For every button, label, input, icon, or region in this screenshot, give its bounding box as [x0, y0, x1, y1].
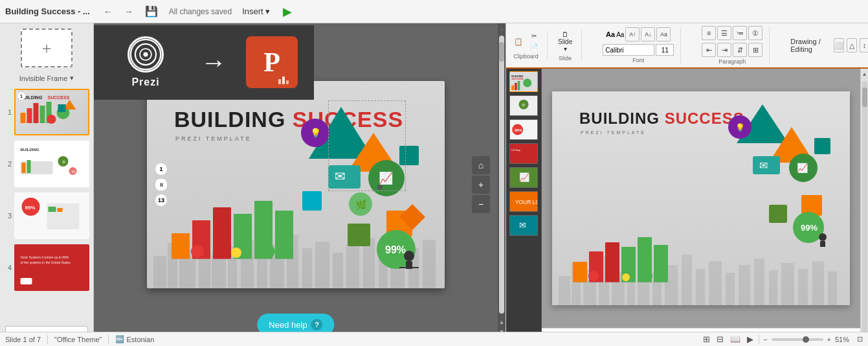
svg-rect-50: [172, 233, 190, 259]
increase-indent-button[interactable]: ⇥: [717, 43, 731, 57]
language-icon: 🔤: [115, 335, 124, 343]
svg-rect-101: [559, 276, 570, 305]
zoom-controls: ⌂ + −: [472, 156, 490, 213]
svg-rect-26: [21, 278, 32, 284]
slide-num-4: 4: [4, 264, 12, 271]
back-button[interactable]: ←: [100, 5, 116, 19]
slide-canvas: BUILDING SUCCESS PREZI TEMPLATE: [147, 81, 445, 288]
slide-thumb-preview-3[interactable]: 99%: [14, 192, 89, 239]
normal-view-button[interactable]: ⊞: [702, 334, 711, 345]
right-scroll-thumb[interactable]: [862, 87, 867, 107]
shape-button[interactable]: △: [847, 38, 857, 52]
copy-button[interactable]: 📄: [528, 42, 540, 52]
paste-button[interactable]: 📋: [511, 36, 526, 47]
prezi-label: Prezi: [131, 76, 159, 88]
ppt-thumb-4[interactable]: US Map: [509, 143, 538, 164]
svg-rect-121: [573, 262, 587, 283]
ppt-thumb-7[interactable]: ✉: [509, 215, 538, 236]
svg-point-128: [588, 271, 599, 281]
ppt-thumb-row-4: 4 US Map: [509, 143, 538, 164]
ppt-thumb-6[interactable]: YOUR LOGO: [509, 191, 538, 212]
ppt-thumb-2[interactable]: ⚙: [509, 95, 538, 116]
zoom-out-status-button[interactable]: −: [763, 336, 767, 343]
text-direction-button[interactable]: ⇵: [733, 43, 747, 57]
right-scroll-track[interactable]: [862, 81, 867, 334]
slide-sorter-button[interactable]: ⊟: [715, 334, 725, 345]
zoom-in-button[interactable]: +: [472, 176, 490, 194]
slide-count-text: Slide 1 of 7: [5, 336, 41, 343]
center-canvas: Prezi → P: [94, 23, 498, 346]
prezi-to-ppt-overlay: Prezi → P: [94, 23, 314, 101]
slide-thumb-2[interactable]: 2 BUILDING ⚙ 99: [0, 138, 93, 190]
cut-button[interactable]: ✂: [528, 31, 540, 41]
svg-rect-68: [399, 146, 419, 165]
svg-text:📈: 📈: [379, 171, 394, 185]
svg-text:US Map: US Map: [511, 149, 520, 152]
font-name-input[interactable]: [603, 44, 654, 56]
frame-selector: ＋: [0, 23, 93, 73]
drag-handle[interactable]: [377, 185, 383, 190]
drawing-tools-button[interactable]: ⬜: [834, 38, 844, 52]
svg-rect-110: [682, 255, 692, 305]
svg-text:Solar Systems Contain up to 99: Solar Systems Contain up to 99%: [21, 255, 69, 259]
slide-label: Slide: [559, 55, 572, 62]
font-increase-button[interactable]: A↑: [625, 27, 640, 41]
scroll-expand-up[interactable]: ▲: [498, 317, 506, 327]
slide-thumb-4[interactable]: 4 Solar Systems Contain up to 99% of the…: [0, 242, 93, 294]
svg-point-9: [47, 115, 56, 124]
invisible-frame-btn[interactable]: ＋: [21, 29, 72, 67]
ppt-thumb-5[interactable]: 📈: [509, 167, 538, 188]
font-size-btn: Aa: [616, 31, 624, 38]
bullets-button[interactable]: ≔: [733, 26, 747, 40]
zoom-home-button[interactable]: ⌂: [472, 156, 490, 174]
reading-view-button[interactable]: 📖: [729, 334, 742, 345]
font-decrease-button[interactable]: A↓: [641, 27, 655, 41]
slide-thumb-preview-2[interactable]: BUILDING ⚙ 99: [14, 141, 89, 187]
svg-text:✉: ✉: [335, 169, 346, 183]
slide-thumb-preview-4[interactable]: Solar Systems Contain up to 99% of the s…: [14, 244, 89, 291]
svg-rect-126: [654, 245, 668, 283]
zoom-out-button[interactable]: −: [472, 195, 490, 213]
forward-button[interactable]: →: [121, 5, 137, 19]
new-slide-button[interactable]: 🗒 Slide ▾: [555, 30, 575, 54]
decrease-indent-button[interactable]: ⇤: [702, 43, 716, 57]
zoom-percent: 51%: [835, 336, 853, 343]
right-scroll-up[interactable]: ▲: [861, 70, 868, 78]
arrange-button[interactable]: ↕: [860, 38, 868, 52]
clear-format-button[interactable]: Aa: [656, 27, 671, 41]
fit-window-button[interactable]: ⊡: [857, 335, 863, 343]
insert-button[interactable]: Insert ▾: [237, 5, 275, 18]
zoom-slider[interactable]: [772, 338, 823, 341]
font-size-input[interactable]: [656, 44, 674, 56]
svg-text:🌿: 🌿: [355, 200, 367, 211]
zoom-slider-thumb[interactable]: [803, 336, 809, 343]
step-13: 13: [155, 194, 168, 207]
svg-text:⚙: ⚙: [62, 160, 65, 164]
scroll-up-arrow[interactable]: ▲: [498, 25, 506, 33]
slideshow-button[interactable]: ▶: [746, 334, 755, 345]
align-left-button[interactable]: ≡: [702, 26, 716, 40]
ppt-thumb-3[interactable]: 99%: [509, 119, 538, 140]
columns-button[interactable]: ⊞: [748, 43, 762, 57]
numbering-button[interactable]: ①: [748, 26, 762, 40]
font-group: Aa Aa A↑ A↓ Aa Font: [603, 27, 681, 63]
frame-label[interactable]: Invisible Frame ▾: [0, 73, 93, 86]
language-button[interactable]: 🔤 Estonian: [115, 335, 154, 343]
align-center-button[interactable]: ☰: [717, 26, 731, 40]
slide-thumb-3[interactable]: 3 99%: [0, 190, 93, 242]
zoom-in-status-button[interactable]: +: [827, 336, 831, 343]
play-button[interactable]: ▶: [280, 3, 295, 20]
ppt-thumb-row-7: 7 ✉: [509, 215, 538, 236]
svg-rect-71: [302, 191, 322, 211]
ppt-thumb-1[interactable]: BUILDING SUCCESS: [509, 71, 538, 92]
scroll-thumb[interactable]: [499, 42, 504, 62]
slide-thumb-preview-1[interactable]: BUILDING SUCCESS 1: [14, 89, 89, 135]
save-button[interactable]: 💾: [142, 3, 161, 19]
main-layout: ＋ Invisible Frame ▾ 1 BUILDING SUCCESS: [0, 23, 868, 346]
slide-thumb-1[interactable]: 1 BUILDING SUCCESS: [0, 86, 93, 138]
svg-point-59: [262, 245, 275, 258]
svg-text:BUILDING: BUILDING: [21, 148, 39, 152]
right-panel: 📋 ✂ 📄 Clipboard 🗒 Slide ▾ Slide: [506, 23, 868, 346]
status-bar: Slide 1 of 7 "Office Theme" 🔤 Estonian ⊞…: [0, 332, 868, 346]
scroll-track[interactable]: [499, 36, 504, 314]
